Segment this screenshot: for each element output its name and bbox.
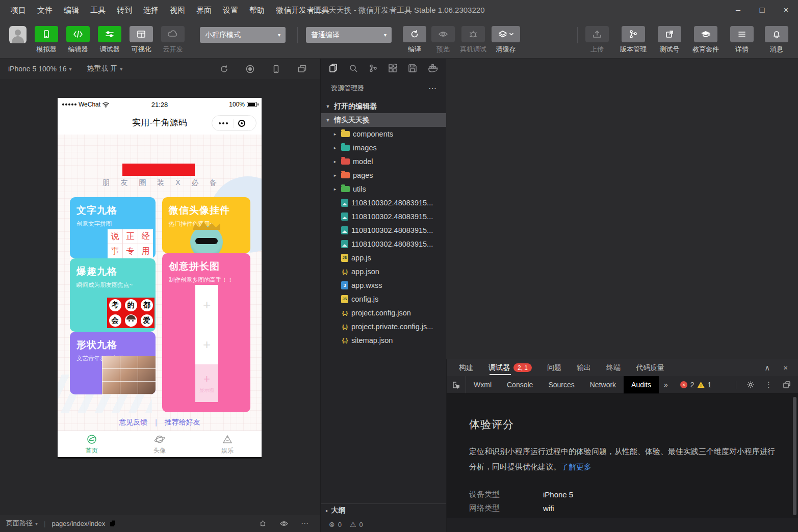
card-avatar-pendant[interactable]: 微信头像挂件 热门挂件免费用~ (162, 197, 250, 253)
simulator-button[interactable]: 模拟器 (35, 26, 58, 54)
device-select[interactable]: iPhone 5 100% 16 ▾ (8, 65, 71, 73)
card-long-image[interactable]: 创意拼长图 制作创意多图的高手！！ + + + 显示图 (162, 253, 250, 412)
version-control-button[interactable]: 版本管理 (620, 26, 647, 54)
compile-mode-select[interactable]: 普通编译 ▾ (306, 27, 392, 43)
devtools-tab-wxml[interactable]: Wxml (466, 376, 499, 393)
menu-edit[interactable]: 编辑 (58, 6, 85, 15)
visualization-button[interactable]: 可视化 (130, 26, 153, 54)
devtools-tab-network[interactable]: Network (582, 376, 624, 393)
menu-goto[interactable]: 转到 (111, 6, 138, 15)
file-image[interactable]: 1108100302.48083915... (321, 209, 446, 223)
close-panel-icon[interactable]: × (783, 363, 788, 373)
devtools-tab-console[interactable]: Console (499, 376, 540, 393)
card-fun-grid[interactable]: 爆趣九格 瞬间成为朋友圈焦点~ 考 的 都 会 爱 (70, 258, 156, 332)
more-dots-icon[interactable] (219, 122, 228, 124)
extensions-icon[interactable] (388, 64, 397, 74)
maximize-button[interactable]: □ (750, 0, 774, 20)
more-tabs-icon[interactable]: » (659, 376, 673, 393)
console-warning-count[interactable]: 1 (708, 381, 712, 389)
file-app-js[interactable]: app.js (321, 251, 446, 264)
menu-project[interactable]: 项目 (5, 6, 32, 15)
clear-cache-button[interactable]: 清缓存 (492, 26, 520, 54)
close-capsule-icon[interactable] (238, 120, 245, 127)
test-account-button[interactable]: 测试号 (658, 26, 681, 54)
menu-select[interactable]: 选择 (138, 6, 164, 15)
phone-preview[interactable]: WeChat 21:28 100% 实用-牛角源码 (58, 98, 262, 459)
devtools-tab-sources[interactable]: Sources (540, 376, 582, 393)
kebab-menu-icon[interactable]: ⋮ (765, 380, 773, 389)
menu-view[interactable]: 视图 (164, 6, 191, 15)
menu-settings[interactable]: 设置 (217, 6, 244, 15)
tab-home[interactable]: 首页 (58, 431, 125, 457)
card-shape-grid[interactable]: 形状九格 文艺青年发图专属 (70, 332, 156, 394)
feedback-link[interactable]: 意见反馈 (119, 418, 147, 426)
file-config-js[interactable]: config.js (321, 292, 446, 306)
menu-file[interactable]: 文件 (32, 6, 58, 15)
file-sitemap[interactable]: sitemap.json (321, 333, 446, 347)
section-project-root[interactable]: ▼情头天天换 (321, 113, 446, 127)
messages-button[interactable]: 消息 (765, 26, 788, 54)
folder-pages[interactable]: ▸pages (321, 168, 446, 182)
devtools-tab-audits[interactable]: Audits (624, 376, 659, 393)
debugger-button[interactable]: 调试器 (98, 26, 121, 54)
tab-terminal[interactable]: 终端 (606, 359, 621, 376)
file-image[interactable]: 1108100302.48083915... (321, 223, 446, 237)
education-suite-button[interactable]: 教育套件 (692, 26, 719, 54)
folder-components[interactable]: ▸components (321, 127, 446, 141)
details-button[interactable]: 详情 (730, 26, 754, 54)
tab-fun[interactable]: 娱乐 (194, 431, 262, 457)
file-image[interactable]: 1108100302.48083915... (321, 196, 446, 209)
close-button[interactable]: × (774, 0, 798, 20)
collapse-panel-icon[interactable]: ∧ (764, 363, 770, 373)
file-project-config[interactable]: project.config.json (321, 306, 446, 320)
menu-interface[interactable]: 界面 (191, 6, 217, 15)
inspect-element-icon[interactable] (447, 376, 466, 393)
docker-icon[interactable] (428, 64, 438, 74)
folder-images[interactable]: ▸images (321, 141, 446, 154)
capsule-menu[interactable] (212, 115, 256, 131)
more-options-icon[interactable]: ⋯ (301, 519, 309, 528)
copy-icon[interactable] (109, 520, 116, 527)
tab-output[interactable]: 输出 (577, 359, 591, 376)
mode-select[interactable]: 小程序模式 ▾ (200, 27, 286, 43)
scrollbar-thumb[interactable] (793, 397, 796, 515)
bug-icon[interactable] (259, 519, 267, 527)
ad-banner[interactable] (122, 164, 195, 176)
outline-section[interactable]: ▸大纲 (321, 503, 446, 517)
more-actions-icon[interactable]: ⋯ (424, 84, 441, 93)
device-frame-icon[interactable] (271, 64, 281, 74)
avatar[interactable] (9, 26, 27, 43)
reload-icon[interactable] (219, 64, 229, 74)
save-icon[interactable] (408, 64, 417, 74)
editor-button[interactable]: 编辑器 (66, 26, 90, 54)
recommend-link[interactable]: 推荐给好友 (165, 418, 200, 426)
menu-tools[interactable]: 工具 (85, 6, 111, 15)
file-app-wxss[interactable]: app.wxss (321, 278, 446, 292)
file-app-json[interactable]: app.json (321, 264, 446, 278)
undock-icon[interactable] (783, 381, 791, 389)
tab-problems[interactable]: 问题 (547, 359, 561, 376)
tab-build[interactable]: 构建 (459, 359, 473, 376)
page-path-label[interactable]: 页面路径 (6, 519, 33, 528)
menu-help[interactable]: 帮助 (244, 6, 270, 15)
folder-utils[interactable]: ▸utils (321, 182, 446, 196)
files-icon[interactable] (329, 63, 338, 74)
multi-window-icon[interactable] (297, 64, 307, 74)
tab-debugger[interactable]: 调试器2, 1 (488, 359, 532, 376)
tab-avatar[interactable]: 头像 (125, 431, 193, 457)
record-icon[interactable] (245, 64, 255, 74)
compile-button[interactable]: 编译 (403, 26, 426, 54)
tab-code-quality[interactable]: 代码质量 (636, 359, 664, 376)
minimize-button[interactable]: – (726, 0, 750, 20)
settings-gear-icon[interactable] (746, 381, 755, 389)
eye-icon[interactable] (279, 520, 289, 527)
card-text-grid[interactable]: 文字九格 创意文字拼图 说正经 事专用 (70, 197, 156, 258)
file-image[interactable]: 1108100302.48083915... (321, 237, 446, 251)
file-project-private-config[interactable]: project.private.config.js... (321, 320, 446, 333)
hot-reload-toggle[interactable]: 热重载 开 ▾ (87, 64, 122, 73)
console-error-count[interactable]: 2 (690, 381, 694, 389)
folder-model[interactable]: ▸model (321, 154, 446, 168)
source-control-icon[interactable] (369, 64, 378, 74)
search-icon[interactable] (349, 64, 358, 74)
learn-more-link[interactable]: 了解更多 (561, 462, 591, 471)
